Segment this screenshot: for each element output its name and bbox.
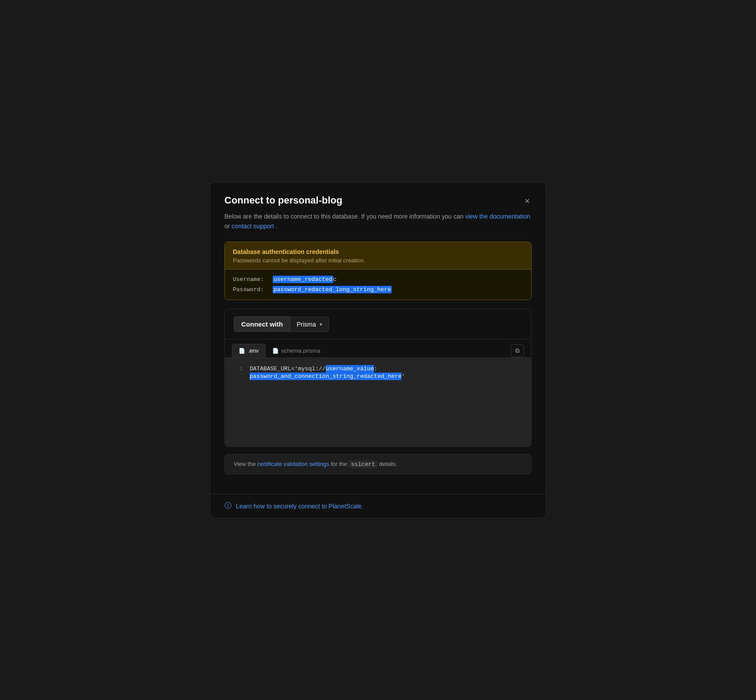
- username-value-selected: username_redacted: [273, 276, 333, 283]
- connect-section: Connect with Prisma ▾ 📄 .env 📄 schema.pr…: [224, 309, 532, 447]
- code-suffix: ': [401, 373, 405, 380]
- desc-prefix: Below are the details to connect to this…: [224, 213, 465, 220]
- modal-body: Database authentication credentials Pass…: [210, 242, 546, 494]
- line-number: 1: [234, 365, 243, 372]
- prisma-file-icon: 📄: [272, 348, 279, 354]
- code-password-selected: password_and_connection_string_redacted_…: [250, 373, 401, 380]
- support-link[interactable]: contact support: [231, 223, 274, 230]
- close-button[interactable]: ×: [523, 195, 532, 207]
- desc-suffix: .: [276, 223, 278, 230]
- cert-text-middle: for the: [331, 461, 348, 467]
- username-label: Username:: [233, 276, 273, 283]
- password-row: Password: password_redacted_long_string_…: [233, 286, 523, 293]
- tab-env[interactable]: 📄 .env: [232, 344, 266, 358]
- desc-middle: or: [224, 223, 231, 230]
- password-value-selected: password_redacted_long_string_here: [273, 286, 392, 293]
- connect-dropdown[interactable]: Prisma ▾: [290, 317, 329, 332]
- tab-schema-prisma[interactable]: 📄 schema.prisma: [266, 344, 327, 358]
- tab-env-label: .env: [248, 347, 259, 354]
- cert-text-after: details.: [379, 461, 397, 467]
- code-username-selected: username_value: [326, 365, 374, 373]
- code-separator: :: [374, 365, 378, 372]
- code-tabs-row: 📄 .env 📄 schema.prisma ⧉: [225, 339, 531, 358]
- modal-footer: ⓘ Learn how to securely connect to Plane…: [210, 494, 546, 518]
- modal-title: Connect to personal-blog: [224, 195, 532, 206]
- credentials-title: Database authentication credentials: [233, 248, 523, 255]
- copy-icon: ⧉: [515, 347, 520, 354]
- cert-link[interactable]: certificate validation settings: [257, 461, 329, 467]
- modal-header: Connect to personal-blog Below are the d…: [210, 182, 546, 231]
- cert-notice: View the certificate validation settings…: [224, 454, 532, 474]
- modal-description: Below are the details to connect to this…: [224, 212, 532, 231]
- copy-button[interactable]: ⧉: [511, 344, 524, 357]
- cert-text-before: View the: [234, 461, 257, 467]
- credentials-header: Database authentication credentials Pass…: [225, 242, 531, 269]
- connect-with-label: Connect with: [234, 316, 290, 332]
- chevron-down-icon: ▾: [320, 321, 322, 327]
- code-content: DATABASE_URL='mysql:// username_value : …: [250, 365, 522, 380]
- cert-code: sslcert: [349, 461, 378, 468]
- code-prefix: DATABASE_URL='mysql://: [250, 365, 326, 372]
- modal-dialog: Connect to personal-blog Below are the d…: [210, 182, 546, 519]
- learn-link[interactable]: Learn how to securely connect to PlanetS…: [236, 503, 363, 510]
- dropdown-value: Prisma: [297, 321, 316, 328]
- code-line-1: 1 DATABASE_URL='mysql:// username_value …: [234, 365, 522, 380]
- username-row: Username: username_redacted c: [233, 276, 523, 283]
- doc-link[interactable]: view the documentation: [465, 213, 530, 220]
- password-label: Password:: [233, 286, 273, 293]
- code-editor: 1 DATABASE_URL='mysql:// username_value …: [225, 358, 531, 446]
- credentials-subtitle: Passwords cannot be displayed after init…: [233, 257, 523, 264]
- info-icon: ⓘ: [224, 501, 231, 511]
- credentials-box: Database authentication credentials Pass…: [224, 242, 532, 300]
- env-file-icon: 📄: [239, 348, 245, 354]
- username-value-partial: c: [333, 276, 337, 283]
- tab-prisma-label: schema.prisma: [282, 347, 320, 354]
- credentials-data: Username: username_redacted c Password: …: [225, 269, 531, 300]
- connect-toolbar: Connect with Prisma ▾: [225, 309, 531, 339]
